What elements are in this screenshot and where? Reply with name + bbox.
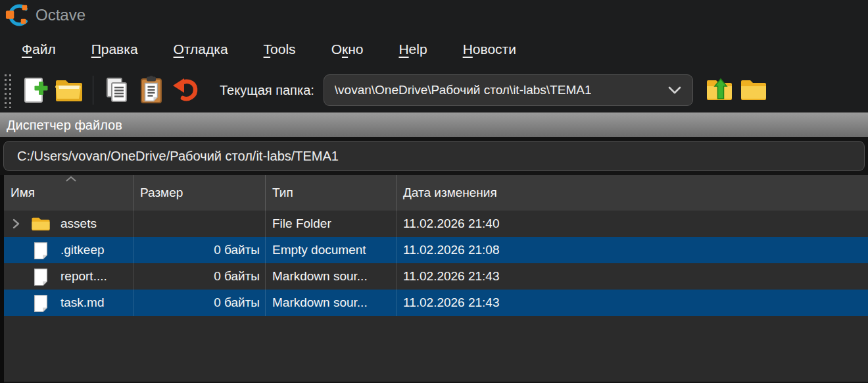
- file-manager-panel-title[interactable]: Диспетчер файлов: [0, 112, 868, 137]
- column-header-type[interactable]: Тип: [266, 175, 397, 211]
- menu-news[interactable]: Новости: [445, 36, 534, 63]
- folder-up-button[interactable]: [702, 72, 736, 108]
- file-modified: 11.02.2026 21:40: [397, 211, 868, 237]
- app-header: Octave: [0, 0, 868, 30]
- table-row[interactable]: .gitkeep 0 байты Empty document 11.02.20…: [4, 237, 868, 263]
- menu-bar: Файл Правка Отладка Tools Окно Help Ново…: [0, 30, 868, 68]
- new-document-icon: [22, 76, 48, 105]
- column-header-size[interactable]: Размер: [133, 175, 266, 211]
- file-modified: 11.02.2026 21:43: [397, 263, 868, 290]
- app-title: Octave: [36, 6, 85, 24]
- paste-icon: [137, 76, 165, 105]
- copy-icon: [103, 76, 131, 104]
- browse-directories-button[interactable]: [736, 72, 771, 108]
- file-modified: 11.02.2026 21:08: [397, 237, 868, 263]
- path-row: [0, 137, 868, 175]
- file-name: task.md: [60, 295, 105, 310]
- current-folder-combobox[interactable]: \vovan\OneDrive\Рабочий стол\it-labs\TEM…: [324, 74, 693, 106]
- current-folder-value: \vovan\OneDrive\Рабочий стол\it-labs\TEM…: [335, 83, 592, 97]
- menu-help[interactable]: Help: [381, 36, 445, 63]
- table-row[interactable]: task.md 0 байты Markdown sour... 11.02.2…: [4, 290, 868, 316]
- toolbar-separator: [93, 76, 93, 105]
- table-empty-area: [4, 316, 868, 382]
- sort-ascending-icon: [64, 176, 78, 182]
- octave-logo-icon: [5, 3, 30, 28]
- menu-window[interactable]: Окно: [314, 36, 381, 63]
- file-icon: [30, 268, 51, 286]
- menu-edit[interactable]: Правка: [74, 36, 156, 63]
- expand-chevron-icon: [12, 218, 20, 230]
- main-toolbar: Текущая папка: \vovan\OneDrive\Рабочий с…: [0, 68, 868, 112]
- file-icon: [30, 294, 51, 312]
- file-browser-panel: Имя Размер Тип Дата изменения as: [0, 137, 868, 383]
- table-row[interactable]: assets File Folder 11.02.2026 21:40: [4, 211, 868, 237]
- table-row[interactable]: report.... 0 байты Markdown sour... 11.0…: [4, 263, 868, 290]
- menu-debug[interactable]: Отладка: [156, 36, 246, 63]
- open-folder-icon: [55, 78, 84, 103]
- path-input[interactable]: [3, 141, 865, 171]
- folder-icon: [739, 78, 768, 103]
- menu-tools[interactable]: Tools: [246, 36, 314, 63]
- column-header-modified[interactable]: Дата изменения: [397, 175, 868, 211]
- paste-button[interactable]: [134, 72, 168, 108]
- current-folder-label: Текущая папка:: [220, 83, 314, 98]
- file-type: Markdown sour...: [266, 290, 397, 316]
- open-file-button[interactable]: [52, 72, 86, 108]
- file-size: 0 байты: [133, 237, 266, 263]
- menu-file[interactable]: Файл: [4, 36, 74, 63]
- toolbar-drag-handle[interactable]: [3, 72, 12, 108]
- file-type: Empty document: [266, 237, 397, 263]
- copy-button[interactable]: [100, 72, 134, 108]
- file-name: report....: [60, 269, 107, 284]
- undo-button[interactable]: [168, 72, 203, 108]
- chevron-down-icon: [667, 86, 682, 95]
- file-size: [133, 211, 266, 237]
- file-name: .gitkeep: [60, 243, 105, 257]
- file-table: Имя Размер Тип Дата изменения as: [0, 175, 868, 382]
- new-script-button[interactable]: [18, 72, 52, 108]
- file-icon: [30, 242, 51, 259]
- file-modified: 11.02.2026 21:43: [397, 290, 868, 316]
- undo-icon: [172, 77, 199, 103]
- folder-icon: [30, 216, 51, 232]
- file-type: Markdown sour...: [266, 263, 397, 290]
- table-header: Имя Размер Тип Дата изменения: [4, 175, 868, 211]
- folder-up-icon: [705, 78, 734, 103]
- file-size: 0 байты: [133, 290, 266, 316]
- file-size: 0 байты: [133, 263, 266, 290]
- file-type: File Folder: [266, 211, 397, 237]
- file-name: assets: [60, 217, 97, 231]
